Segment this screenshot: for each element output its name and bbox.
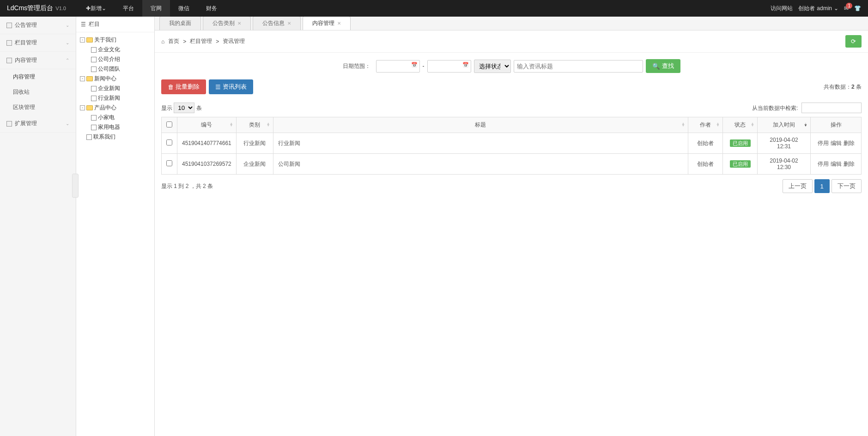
cell-title: 行业新闻 [273,133,688,154]
breadcrumb-item[interactable]: 栏目管理 [190,37,212,45]
table-search-input[interactable] [801,103,862,113]
tree-node[interactable]: 企业新闻 [80,84,151,93]
nav-label: 财务 [206,0,217,17]
breadcrumb-sep: > [216,38,219,45]
nav-website[interactable]: 官网 [142,0,170,17]
title-input[interactable] [514,60,643,73]
tab-notice-category[interactable]: 公告类别✕ [203,17,251,30]
tree-node[interactable]: -新闻中心 [80,74,151,84]
tree-node[interactable]: 企业文化 [80,45,151,54]
tree-node[interactable]: -关于我们 [80,35,151,45]
tree-node[interactable]: 家用电器 [80,122,151,132]
th-title[interactable]: 标题 [475,121,486,128]
sort-icon[interactable]: ▲▼ [804,123,807,127]
tree-header: ☰ 栏目 [76,17,154,32]
status-select[interactable]: 选择状态 [474,60,511,73]
sort-icon[interactable]: ▲▼ [716,123,720,127]
close-icon[interactable]: ✕ [337,21,341,26]
nav-label: 官网 [151,0,162,17]
nav-finance[interactable]: 财务 [198,0,225,17]
tree-node[interactable]: 公司介绍 [80,54,151,64]
sort-icon[interactable]: ▲▼ [267,123,270,127]
th-status[interactable]: 状态 [734,121,746,128]
close-icon[interactable]: ✕ [287,21,291,26]
th-id[interactable]: 编号 [201,121,212,128]
folder-icon [86,105,93,110]
date-from-input[interactable] [376,60,420,73]
tab-content-mgmt[interactable]: 内容管理✕ [303,17,351,30]
chevron-down-icon: ⌄ [66,40,69,45]
disable-link[interactable]: 停用 [818,161,829,167]
visit-site-link[interactable]: 访问网站 [771,5,793,12]
user-menu[interactable]: 创始者 admin ⌄ [798,5,838,12]
tab-desktop[interactable]: 我的桌面 [159,17,201,30]
row-checkbox[interactable] [166,160,172,166]
th-category[interactable]: 类别 [249,121,260,128]
th-time[interactable]: 加入时间 [773,121,795,128]
edit-link[interactable]: 编辑 [831,161,842,167]
tree-node[interactable]: 公司团队 [80,64,151,74]
sidebar-sub-content[interactable]: 内容管理 [0,69,76,85]
notice-icon [6,23,12,28]
tree-toggle[interactable]: - [80,105,85,110]
sort-icon[interactable]: ▲▼ [751,123,754,127]
search-icon: 🔍 [652,63,660,70]
sidebar-label: 内容管理 [15,56,37,64]
close-icon[interactable]: ✕ [237,21,241,26]
tree-label: 企业新闻 [98,85,120,92]
theme-button[interactable]: 👕 [854,5,861,12]
prev-page-button[interactable]: 上一页 [783,179,813,193]
sort-icon[interactable]: ▲▼ [230,123,233,127]
page-1-button[interactable]: 1 [814,179,830,193]
row-checkbox[interactable] [166,139,172,145]
cell-status: 已启用 [723,133,758,154]
tree-title: 栏目 [89,20,100,28]
nav-add[interactable]: ✚ 新增 ⌄ [78,0,115,17]
tab-label: 公告信息 [262,19,285,27]
nav-wechat[interactable]: 微信 [170,0,198,17]
breadcrumb-sep: > [183,38,186,45]
mail-button[interactable]: ✉ 1 [844,5,849,12]
shirt-icon: 👕 [854,5,861,12]
tabs: 我的桌面 公告类别✕ 公告信息✕ 内容管理✕ [155,17,868,30]
sidebar-sub-recycle[interactable]: 回收站 [0,85,76,100]
th-author[interactable]: 作者 [700,121,711,128]
tree-node[interactable]: 小家电 [80,113,151,122]
chevron-up-icon: ⌃ [66,58,69,63]
page-size-select[interactable]: 10 [174,103,194,113]
sidebar-sub-block[interactable]: 区块管理 [0,100,76,115]
tree-node[interactable]: -产品中心 [80,103,151,113]
sort-icon[interactable]: ▲▼ [681,123,685,127]
tree-node[interactable]: 联系我们 [80,132,151,142]
cell-author: 创始者 [688,133,723,154]
tree-toggle[interactable]: - [80,37,85,42]
refresh-button[interactable]: ⟳ [845,35,862,48]
disable-link[interactable]: 停用 [818,140,829,146]
delete-link[interactable]: 删除 [844,161,855,167]
nav-platform[interactable]: 平台 [115,0,142,17]
search-button[interactable]: 🔍 查找 [646,59,680,73]
sidebar-label: 公告管理 [15,21,37,29]
tree-node[interactable]: 行业新闻 [80,93,151,103]
list-button[interactable]: ☰ 资讯列表 [209,79,253,94]
batch-delete-button[interactable]: 🗑 批量删除 [161,79,206,94]
breadcrumb-home[interactable]: 首页 [168,37,179,45]
sidebar-item-column[interactable]: 栏目管理 ⌄ [0,34,76,52]
sidebar-item-extend[interactable]: 扩展管理 ⌄ [0,115,76,133]
tree-toggle[interactable]: - [80,76,85,81]
date-to-input[interactable] [427,60,471,73]
chevron-down-icon: ⌄ [66,121,69,126]
tree-panel: ☰ 栏目 -关于我们企业文化公司介绍公司团队-新闻中心企业新闻行业新闻-产品中心… [76,17,155,436]
total-count: 共有数据：2 条 [824,83,862,91]
tab-notice-info[interactable]: 公告信息✕ [253,17,301,30]
next-page-button[interactable]: 下一页 [832,179,862,193]
footer-info: 显示 1 到 2 ，共 2 条 [161,182,213,190]
cell-status: 已启用 [723,154,758,175]
tree-body: -关于我们企业文化公司介绍公司团队-新闻中心企业新闻行业新闻-产品中心小家电家用… [76,32,154,145]
select-all-checkbox[interactable] [166,121,172,127]
tab-label: 我的桌面 [169,19,191,27]
delete-link[interactable]: 删除 [844,140,855,146]
sidebar-item-content[interactable]: 内容管理 ⌃ [0,52,76,69]
edit-link[interactable]: 编辑 [831,140,842,146]
sidebar-item-notice[interactable]: 公告管理 ⌄ [0,17,76,34]
